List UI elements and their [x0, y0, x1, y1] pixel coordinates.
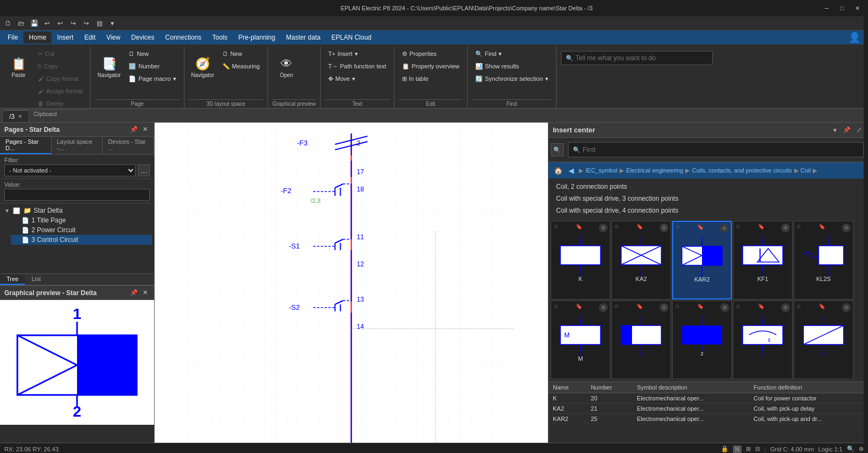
3d-navigator-button[interactable]: 🧭 Navigator	[189, 48, 217, 87]
symbol-item-KA2[interactable]: ☆ 🔖 ⑧ 1 2 KA2	[611, 221, 671, 299]
sync-selection-button[interactable]: 🔄 Synchronize selection ▾	[472, 73, 552, 85]
insert-search-input[interactable]	[583, 146, 859, 154]
symbol-item-row2-3[interactable]: ☆ 🔖 ⑧ 1 2	[672, 301, 732, 379]
menu-insert[interactable]: Insert	[52, 31, 79, 43]
insert-center-pin[interactable]: 📌	[842, 125, 852, 135]
search-status-icon[interactable]: 🔍	[847, 445, 854, 452]
ribbon-search-box[interactable]: 🔍	[561, 51, 713, 65]
qat-open[interactable]: 🗁	[15, 17, 27, 29]
qat-save[interactable]: 💾	[28, 17, 40, 29]
symbol-text-item-0[interactable]: Coil, 2 connection points	[553, 181, 864, 193]
list-tab[interactable]: List	[25, 274, 47, 285]
minimize-button[interactable]: ─	[820, 3, 833, 13]
find-button[interactable]: 🔍 Find ▾	[472, 48, 552, 60]
breadcrumb-electrical[interactable]: Electrical engineering	[626, 167, 683, 174]
preview-close-button[interactable]: ✕	[140, 288, 150, 298]
menu-preplanning[interactable]: Pre-planning	[233, 31, 280, 43]
measuring-button[interactable]: 📏 Measuring	[219, 60, 263, 72]
grid-add-icon[interactable]: ⊞	[746, 445, 751, 452]
symbol-item-KF1[interactable]: ☆ 🔖 ⑧ 1 2 KF1	[733, 221, 793, 299]
menu-edit[interactable]: Edit	[79, 31, 101, 43]
breadcrumb-back-btn[interactable]: ◀	[566, 165, 577, 176]
menu-connections[interactable]: Connections	[160, 31, 207, 43]
move-button[interactable]: ✥ Move ▾	[325, 73, 390, 85]
breadcrumb-coils[interactable]: Coils, contacts, and protective circuits	[692, 167, 792, 174]
cut-button[interactable]: ✂ Cut	[35, 48, 86, 60]
symbol-item-K[interactable]: ☆ 🔖 ⑧ 1 2 K	[551, 221, 610, 299]
delete-button[interactable]: 🗑 Delete	[35, 98, 86, 110]
menu-devices[interactable]: Devices	[126, 31, 160, 43]
page-macro-button[interactable]: 📄 Page macro ▾	[125, 73, 179, 85]
qat-undo2[interactable]: ↩	[54, 17, 66, 29]
menu-file[interactable]: File	[2, 31, 23, 43]
symbol-item-M[interactable]: ☆ 🔖 ⑧ 1 M 2 M	[551, 301, 610, 379]
qat-menu[interactable]: ▤	[93, 17, 105, 29]
tree-item-control-circuit[interactable]: 📄 3 Control Circuit	[11, 235, 152, 245]
qat-undo1[interactable]: ↩	[41, 17, 53, 29]
new-3d-button[interactable]: 🗋 New	[219, 48, 263, 60]
assign-format-button[interactable]: 🖌 Assign format	[35, 85, 86, 97]
menu-eplan-cloud[interactable]: EPLAN Cloud	[326, 31, 377, 43]
symbol-item-row2-5[interactable]: ☆ 🔖 ⑧ 1 2	[794, 301, 853, 379]
maximize-button[interactable]: □	[835, 3, 848, 13]
insert-search-box[interactable]: 🔍	[568, 142, 864, 157]
pages-tab-pages[interactable]: Pages - Star D...	[0, 137, 52, 154]
qat-redo1[interactable]: ↪	[67, 17, 79, 29]
number-button[interactable]: 🔢 Number	[125, 60, 179, 72]
filter-dropdown[interactable]: - Not activated -	[4, 164, 136, 176]
qat-redo2[interactable]: ↪	[80, 17, 92, 29]
symbol-item-KL2S[interactable]: ☆ 🔖 ⑧ 1 2 KL2S	[794, 221, 853, 299]
menu-profile[interactable]: 👤	[843, 31, 866, 43]
breadcrumb-coil[interactable]: Coil	[801, 167, 811, 174]
right-panel-scrollbar[interactable]	[864, 0, 868, 453]
filter-options-button[interactable]: …	[138, 164, 150, 176]
symbol-text-item-2[interactable]: Coil with special drive, 4 connection po…	[553, 205, 864, 216]
menu-masterdata[interactable]: Master data	[280, 31, 326, 43]
menu-home[interactable]: Home	[23, 31, 52, 43]
tree-item-title-page[interactable]: 📄 1 Title Page	[11, 215, 152, 225]
ribbon-search-input[interactable]	[576, 54, 708, 62]
pages-tab-devices[interactable]: Devices - Star ...	[103, 137, 154, 154]
pages-tab-layout[interactable]: Layout space -...	[52, 137, 103, 154]
panel-close-button[interactable]: ✕	[140, 125, 150, 135]
table-row-1[interactable]: KA2 21 Electromechanical oper... Coil, w…	[548, 404, 868, 414]
tree-item-power-circuit[interactable]: 📄 2 Power Circuit	[11, 225, 152, 235]
preview-pin-button[interactable]: 📌	[129, 288, 139, 298]
tree-item-stardelta[interactable]: ▼ 📁 Star Delta	[2, 206, 152, 215]
lock-icon[interactable]: 🔒	[721, 445, 729, 452]
symbol-item-row2-2[interactable]: ☆ 🔖 ⑧ 1 2	[611, 301, 671, 379]
qat-dropdown[interactable]: ▾	[106, 17, 118, 29]
properties-button[interactable]: ⚙ Properties	[399, 48, 463, 60]
open-graphical-button[interactable]: 👁 Open	[272, 48, 301, 87]
value-input[interactable]	[4, 189, 150, 201]
tree-checkbox-stardelta[interactable]	[13, 207, 20, 214]
menu-tools[interactable]: Tools	[207, 31, 233, 43]
page-navigator-button[interactable]: 📑 Navigator	[95, 48, 123, 87]
menu-view[interactable]: View	[101, 31, 126, 43]
symbol-text-item-1[interactable]: Coil with special drive, 3 connection po…	[553, 193, 864, 205]
insert-search-filter-btn[interactable]: 🔍	[551, 143, 564, 156]
table-row-2[interactable]: KAR2 25 Electromechanical oper... Coil, …	[548, 414, 868, 424]
qat-new[interactable]: 🗋	[2, 17, 14, 29]
zoom-icon[interactable]: ⊕	[859, 445, 864, 452]
symbol-item-row2-4[interactable]: ☆ 🔖 ⑧ 1 ε 2	[733, 301, 793, 379]
path-function-button[interactable]: T→ Path function text	[325, 60, 390, 72]
new-page-button[interactable]: 🗋 New	[125, 48, 179, 60]
show-results-button[interactable]: 📊 Show results	[472, 60, 552, 72]
panel-pin-button[interactable]: 📌	[129, 125, 139, 135]
tab-close-3[interactable]: ✕	[18, 113, 22, 119]
paste-button[interactable]: 📋 Paste	[4, 48, 33, 87]
in-table-button[interactable]: ⊞ In table	[399, 73, 463, 85]
insert-center-collapse[interactable]: ▼	[830, 125, 840, 135]
insert-text-button[interactable]: T+ Insert ▾	[325, 48, 390, 60]
copy-format-button[interactable]: 🖌 Copy format	[35, 73, 86, 85]
grid-remove-icon[interactable]: ⊟	[755, 445, 760, 452]
breadcrumb-iec[interactable]: IEC_symbol	[585, 167, 617, 174]
symbol-item-KAR2[interactable]: ☆ 🔖 ⑧ 1 2 KAR2	[672, 221, 732, 299]
tree-expand-stardelta[interactable]: ▼	[4, 208, 11, 214]
copy-button[interactable]: ⎘ Copy	[35, 60, 86, 72]
table-row-0[interactable]: K 20 Electromechanical oper... Coil for …	[548, 393, 868, 404]
breadcrumb-home-btn[interactable]: 🏠	[553, 165, 564, 176]
close-button[interactable]: ✕	[851, 3, 864, 13]
property-overview-button[interactable]: 📋 Property overview	[399, 60, 463, 72]
